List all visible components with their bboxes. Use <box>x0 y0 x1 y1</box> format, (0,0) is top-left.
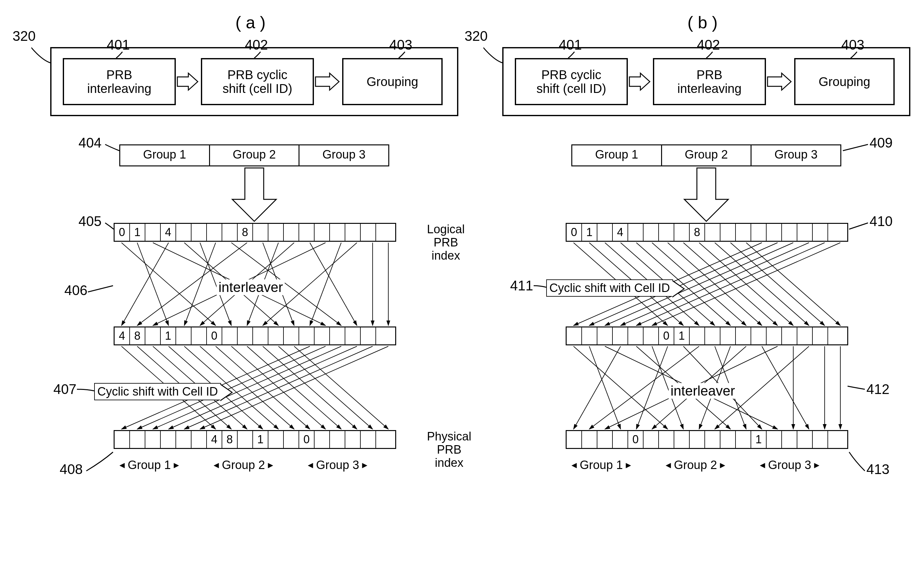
ref-405: 405 <box>79 213 102 229</box>
svg-line-60 <box>636 346 668 429</box>
subfig-b-label: ( b ) <box>687 13 717 32</box>
svg-line-12 <box>310 243 357 326</box>
svg-line-66 <box>762 346 809 429</box>
box-prb-cyclic-shift-b: PRB cyclic shift (cell ID) <box>515 58 628 105</box>
cyclic-shift-label-b: Cyclic shift with Cell ID <box>546 279 673 297</box>
svg-line-47 <box>746 243 840 326</box>
interleaver-label-b: interleaver <box>669 383 737 399</box>
ref-404: 404 <box>79 135 102 151</box>
ref-413: 413 <box>866 462 889 477</box>
logical-prb-label: Logical PRB index <box>427 223 465 262</box>
svg-line-54 <box>574 346 668 429</box>
subfig-a-label: ( a ) <box>236 13 266 32</box>
mid-prb-row-a: 4 8 1 0 <box>114 326 396 345</box>
group2-range-b: Group 2 <box>664 458 727 472</box>
group1-range-a: Group 1 <box>118 458 181 472</box>
box-prb-cyclic-shift-a: PRB cyclic shift (cell ID) <box>201 58 314 105</box>
group2-cell-b: Group 2 <box>662 145 752 165</box>
ref-401-a: 401 <box>107 37 130 53</box>
ref-410: 410 <box>869 213 892 229</box>
svg-line-44 <box>699 243 793 326</box>
group3-cell-b: Group 3 <box>751 145 840 165</box>
mid-prb-row-b: 0 1 <box>565 326 848 345</box>
svg-line-45 <box>715 243 809 326</box>
box-grouping-a: Grouping <box>342 58 443 105</box>
ref-403-a: 403 <box>389 37 412 53</box>
group3-range-b: Group 3 <box>758 458 821 472</box>
svg-line-26 <box>247 346 341 429</box>
group1-range-b: Group 1 <box>570 458 633 472</box>
group-row-a: Group 1 Group 2 Group 3 <box>119 144 389 166</box>
ref-406: 406 <box>65 283 87 298</box>
svg-line-6 <box>184 243 216 326</box>
svg-line-14 <box>310 243 341 326</box>
physical-prb-label: Physical PRB index <box>427 430 472 469</box>
ref-320-a: 320 <box>13 28 36 44</box>
interleaver-label-a: interleaver <box>216 279 285 295</box>
box-prb-interleaving-a: PRB interleaving <box>63 58 176 105</box>
box-prb-interleaving-b: PRB interleaving <box>653 58 766 105</box>
ref-402-a: 402 <box>245 37 268 53</box>
ref-411: 411 <box>510 278 533 294</box>
group3-cell: Group 3 <box>299 145 388 165</box>
svg-line-28 <box>278 346 373 429</box>
logical-prb-row-b: 0 1 4 8 <box>565 223 848 242</box>
ref-409: 409 <box>869 135 892 151</box>
ref-401-b: 401 <box>559 37 582 53</box>
svg-line-3 <box>121 243 168 326</box>
ref-412: 412 <box>866 381 889 397</box>
group2-cell: Group 2 <box>210 145 300 165</box>
group1-cell-b: Group 1 <box>572 145 662 165</box>
ref-403-b: 403 <box>841 37 864 53</box>
box-grouping-b: Grouping <box>794 58 895 105</box>
svg-line-46 <box>730 243 825 326</box>
svg-line-43 <box>683 243 777 326</box>
svg-line-27 <box>263 346 357 429</box>
svg-line-25 <box>231 346 326 429</box>
cyclic-shift-label-a: Cyclic shift with Cell ID <box>94 383 221 400</box>
svg-line-55 <box>589 346 620 429</box>
group-row-b: Group 1 Group 2 Group 3 <box>571 144 841 166</box>
ref-408: 408 <box>60 462 82 477</box>
group1-cell: Group 1 <box>120 145 210 165</box>
group2-range-a: Group 2 <box>212 458 275 472</box>
ref-402-b: 402 <box>697 37 720 53</box>
logical-prb-row-a: 0 1 4 8 <box>114 223 396 242</box>
group3-range-a: Group 3 <box>306 458 369 472</box>
ref-320-b: 320 <box>465 28 488 44</box>
ref-407: 407 <box>53 381 76 397</box>
physical-prb-row-b: 0 1 <box>565 430 848 449</box>
svg-line-57 <box>574 346 620 429</box>
svg-line-0 <box>121 243 216 326</box>
svg-line-29 <box>294 346 388 429</box>
svg-line-1 <box>137 243 168 326</box>
physical-prb-row-a: 4 8 1 0 <box>114 430 396 449</box>
